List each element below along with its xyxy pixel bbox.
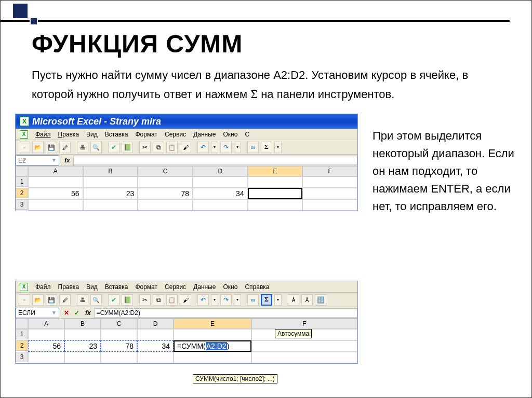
autosum-icon[interactable]: Σ (261, 142, 272, 153)
save-icon[interactable] (46, 294, 57, 306)
menu-bar[interactable]: X Файл Правка Вид Вставка Формат Сервис … (16, 129, 357, 140)
fx-icon[interactable]: fx (61, 157, 73, 164)
menu-format[interactable]: Формат (135, 131, 157, 138)
menu-view[interactable]: Вид (86, 131, 98, 138)
col-header-B[interactable]: B (83, 166, 138, 176)
hyperlink-icon[interactable] (247, 294, 259, 306)
undo-dropdown-icon[interactable]: ▾ (211, 294, 218, 306)
cell-A3[interactable] (28, 199, 83, 211)
new-icon[interactable] (19, 142, 30, 153)
format-painter-icon[interactable] (180, 294, 191, 306)
cell-E3[interactable] (174, 352, 251, 363)
col-header-F[interactable]: F (302, 166, 357, 176)
cell-D3[interactable] (193, 199, 248, 211)
cell-D3[interactable] (137, 352, 174, 363)
menu-file[interactable]: Файл (35, 283, 51, 291)
row-header-1[interactable]: 1 (16, 176, 28, 187)
col-header-C[interactable]: C (138, 166, 193, 176)
spell-icon[interactable] (108, 294, 119, 306)
copy-icon[interactable] (153, 142, 164, 153)
new-icon[interactable] (19, 294, 30, 306)
select-all-corner[interactable] (16, 166, 28, 176)
menu-data[interactable]: Данные (193, 283, 216, 291)
cell-C2-marquee[interactable]: 78 (101, 340, 137, 352)
autosum-dropdown-icon[interactable]: ▾ (274, 294, 282, 306)
menu-window[interactable]: Окно (223, 131, 237, 138)
permission-icon[interactable] (59, 294, 71, 306)
fx-icon[interactable]: fx (82, 309, 94, 317)
col-header-A[interactable]: A (28, 166, 83, 176)
menu-window[interactable]: Окно (223, 283, 237, 291)
cell-F2[interactable] (302, 188, 357, 199)
cell-D1[interactable] (137, 329, 174, 340)
cell-B2[interactable]: 23 (83, 188, 138, 199)
menu-file[interactable]: Файл (35, 131, 51, 138)
col-header-E[interactable]: E (174, 319, 251, 329)
menu-view[interactable]: Вид (86, 283, 98, 291)
menu-format[interactable]: Формат (135, 283, 157, 291)
cell-E1[interactable] (248, 176, 303, 188)
row-header-3[interactable]: 3 (16, 352, 28, 362)
col-header-B[interactable]: B (64, 319, 101, 329)
cell-D2-marquee[interactable]: 34 (137, 340, 174, 352)
cell-D2[interactable]: 34 (193, 188, 248, 199)
hyperlink-icon[interactable] (247, 142, 259, 153)
name-box[interactable]: ЕСЛИ ▼ (16, 308, 59, 318)
menu-help[interactable]: С (245, 131, 249, 138)
cell-B2-marquee[interactable]: 23 (64, 340, 101, 352)
undo-icon[interactable] (197, 294, 209, 306)
redo-dropdown-icon[interactable]: ▾ (234, 142, 241, 153)
spreadsheet-grid[interactable]: A B C D E F 1 2 56 23 78 34 3 (16, 166, 357, 211)
cell-E2-editing[interactable]: =СУММ(A2:D2) (174, 340, 251, 352)
formula-bar[interactable] (73, 156, 357, 165)
cut-icon[interactable] (139, 294, 151, 306)
cell-B1[interactable] (64, 329, 101, 340)
redo-dropdown-icon[interactable]: ▾ (234, 294, 241, 306)
menu-insert[interactable]: Вставка (105, 131, 128, 138)
cell-C3[interactable] (138, 199, 193, 211)
redo-icon[interactable] (220, 294, 232, 306)
cell-E2-selected[interactable] (248, 188, 303, 199)
save-icon[interactable] (46, 142, 57, 153)
cell-B1[interactable] (83, 176, 138, 188)
sort-desc-icon[interactable] (301, 294, 313, 306)
menu-edit[interactable]: Правка (58, 131, 79, 138)
menu-tools[interactable]: Сервис (165, 131, 186, 138)
redo-icon[interactable] (220, 142, 232, 153)
paste-icon[interactable] (166, 294, 178, 306)
row-header-2[interactable]: 2 (16, 188, 28, 198)
cell-A1[interactable] (28, 329, 64, 340)
research-icon[interactable]: 📗 (122, 294, 133, 306)
cut-icon[interactable] (139, 142, 151, 153)
cell-F3[interactable] (251, 352, 357, 363)
preview-icon[interactable] (90, 294, 102, 306)
paste-icon[interactable] (166, 142, 178, 153)
format-painter-icon[interactable] (180, 142, 191, 153)
cell-F1[interactable] (302, 176, 357, 188)
cell-B3[interactable] (83, 199, 138, 211)
cell-E3[interactable] (248, 199, 303, 211)
col-header-E[interactable]: E (248, 166, 303, 176)
cell-A3[interactable] (28, 352, 64, 363)
col-header-C[interactable]: C (101, 319, 137, 329)
open-icon[interactable] (32, 142, 44, 153)
undo-icon[interactable] (197, 142, 209, 153)
col-header-D[interactable]: D (137, 319, 174, 329)
cell-D1[interactable] (193, 176, 248, 188)
menu-edit[interactable]: Правка (58, 283, 79, 291)
preview-icon[interactable] (90, 142, 102, 153)
name-box[interactable]: E2 ▼ (16, 155, 59, 166)
cell-C2[interactable]: 78 (138, 188, 193, 199)
open-icon[interactable] (32, 294, 44, 306)
cell-E1[interactable] (174, 329, 251, 340)
spell-icon[interactable] (108, 142, 119, 153)
menu-data[interactable]: Данные (193, 131, 216, 138)
row-header-1[interactable]: 1 (16, 329, 28, 339)
cell-C3[interactable] (101, 352, 137, 363)
formula-cancel-icon[interactable]: ✕ (62, 309, 71, 317)
cell-A1[interactable] (28, 176, 83, 188)
undo-dropdown-icon[interactable]: ▾ (211, 142, 218, 153)
cell-A2-marquee[interactable]: 56 (28, 340, 64, 352)
col-header-A[interactable]: A (28, 319, 64, 329)
autosum-dropdown-icon[interactable]: ▾ (274, 142, 282, 153)
